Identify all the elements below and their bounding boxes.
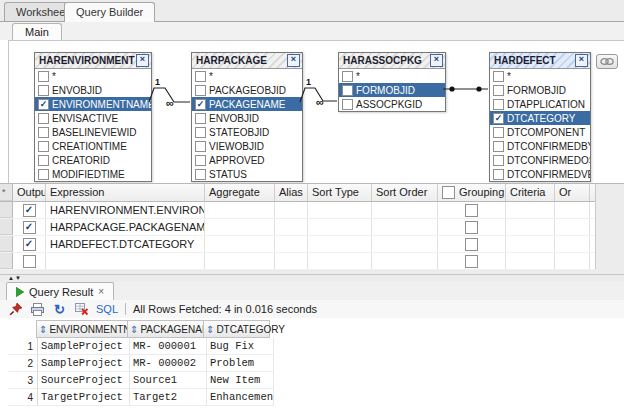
column-checkbox[interactable] <box>342 85 353 96</box>
refresh-button[interactable]: ↻ <box>52 302 67 317</box>
tab-main[interactable]: Main <box>12 23 62 41</box>
grouping-cell[interactable] <box>438 219 506 235</box>
column-checkbox[interactable] <box>38 169 49 180</box>
grid-row-handle[interactable] <box>0 253 13 269</box>
result-header-dtcategory[interactable]: ⇕DTCATEGORY <box>203 320 270 338</box>
output-checkbox[interactable]: ✓ <box>23 221 36 234</box>
grouping-checkbox[interactable] <box>465 255 478 268</box>
column-checkbox[interactable] <box>195 85 206 96</box>
output-checkbox-cell[interactable]: ✓ <box>13 236 46 252</box>
grid-header-criteria[interactable]: Criteria <box>506 184 555 201</box>
column-checkbox[interactable] <box>493 71 504 82</box>
expression-cell[interactable] <box>46 253 205 269</box>
aggregate-cell[interactable] <box>205 219 275 235</box>
sort-type-cell[interactable] <box>308 219 372 235</box>
output-checkbox-cell[interactable] <box>13 253 46 269</box>
column-checkbox[interactable] <box>195 169 206 180</box>
column-checkbox[interactable] <box>38 71 49 82</box>
or-cell[interactable] <box>555 219 590 235</box>
result-header-environmentname[interactable]: ⇕ENVIRONMENTNAME <box>36 320 128 338</box>
result-cell[interactable]: Target2 <box>130 389 207 406</box>
sort-order-cell[interactable] <box>372 253 438 269</box>
tab-query-builder[interactable]: Query Builder <box>64 2 155 22</box>
result-cell[interactable]: SampleProject <box>38 355 130 372</box>
table-box-hardefect[interactable]: HARDEFECT×*FORMOBJIDDTAPPLICATION✓DTCATE… <box>489 52 591 182</box>
diagram-canvas[interactable]: HARENVIRONMENT×*ENVOBJID✓ENVIRONMENTNAME… <box>8 40 624 184</box>
sort-type-cell[interactable] <box>308 253 372 269</box>
column-item-formobjid[interactable]: FORMOBJID <box>339 83 445 97</box>
close-icon[interactable]: × <box>430 54 443 67</box>
column-item-baselineviewid[interactable]: BASELINEVIEWID <box>35 125 151 139</box>
column-checkbox[interactable] <box>38 113 49 124</box>
table-box-harpackage[interactable]: HARPACKAGE×*PACKAGEOBJID✓PACKAGENAMEENVO… <box>191 52 303 182</box>
result-cell[interactable]: New Item <box>207 372 274 389</box>
alias-cell[interactable] <box>275 202 308 218</box>
grid-header-grouping[interactable]: Grouping <box>438 184 506 201</box>
column-checkbox[interactable]: ✓ <box>38 99 49 110</box>
alias-cell[interactable] <box>275 236 308 252</box>
sort-type-cell[interactable] <box>308 202 372 218</box>
result-header-packagename[interactable]: ⇕PACKAGENAME <box>127 320 204 338</box>
column-checkbox[interactable] <box>493 99 504 110</box>
column-checkbox[interactable] <box>493 141 504 152</box>
expression-cell[interactable]: HARPACKAGE.PACKAGENAME <box>46 219 205 235</box>
grid-header-alias[interactable]: Alias <box>275 184 308 201</box>
column-checkbox[interactable] <box>38 155 49 166</box>
column-checkbox[interactable] <box>493 85 504 96</box>
grouping-checkbox[interactable] <box>465 238 478 251</box>
aggregate-cell[interactable] <box>205 202 275 218</box>
column-checkbox[interactable] <box>493 169 504 180</box>
column-item-packagename[interactable]: ✓PACKAGENAME <box>192 97 302 111</box>
collapse-up-icon[interactable]: ▲ <box>8 275 15 281</box>
column-checkbox[interactable]: ✓ <box>195 99 206 110</box>
output-checkbox[interactable]: ✓ <box>23 204 36 217</box>
column-item-modifiedtime[interactable]: MODIFIEDTIME <box>35 167 151 181</box>
column-item-assocpkgid[interactable]: ASSOCPKGID <box>339 97 445 111</box>
column-item-star[interactable]: * <box>192 69 302 83</box>
sort-order-cell[interactable] <box>372 202 438 218</box>
sort-order-cell[interactable] <box>372 236 438 252</box>
column-item-stateobjid[interactable]: STATEOBJID <box>192 125 302 139</box>
criteria-cell[interactable] <box>506 253 555 269</box>
print-button[interactable] <box>30 302 45 317</box>
pin-button[interactable] <box>8 302 23 317</box>
column-item-star[interactable]: * <box>339 69 445 83</box>
close-icon[interactable]: × <box>575 54 588 67</box>
column-item-dtapplication[interactable]: DTAPPLICATION <box>490 97 590 111</box>
grid-header-sort-type[interactable]: Sort Type <box>308 184 372 201</box>
column-checkbox[interactable] <box>38 85 49 96</box>
column-checkbox[interactable] <box>342 99 353 110</box>
column-item-envobjid[interactable]: ENVOBJID <box>35 83 151 97</box>
link-tables-button[interactable] <box>596 54 618 69</box>
table-box-harassocpkg[interactable]: HARASSOCPKG×*FORMOBJIDASSOCPKGID <box>338 52 446 112</box>
criteria-cell[interactable] <box>506 219 555 235</box>
grid-header-sort-order[interactable]: Sort Order <box>372 184 438 201</box>
column-item-envisactive[interactable]: ENVISACTIVE <box>35 111 151 125</box>
column-item-star[interactable]: * <box>35 69 151 83</box>
column-item-dtcategory[interactable]: ✓DTCATEGORY <box>490 111 590 125</box>
column-item-dtconfirmedversion[interactable]: DTCONFIRMEDVERSION <box>490 167 590 181</box>
grouping-checkbox[interactable] <box>465 221 478 234</box>
table-box-harenvironment[interactable]: HARENVIRONMENT×*ENVOBJID✓ENVIRONMENTNAME… <box>34 52 152 182</box>
collapse-down-icon[interactable]: ▼ <box>15 275 22 281</box>
column-item-approved[interactable]: APPROVED <box>192 153 302 167</box>
criteria-cell[interactable] <box>506 202 555 218</box>
column-checkbox[interactable] <box>38 141 49 152</box>
expression-cell[interactable]: HARDEFECT.DTCATEGORY <box>46 236 205 252</box>
column-item-status[interactable]: STATUS <box>192 167 302 181</box>
column-checkbox[interactable] <box>493 155 504 166</box>
column-checkbox[interactable] <box>38 127 49 138</box>
column-item-formobjid[interactable]: FORMOBJID <box>490 83 590 97</box>
table-title-bar[interactable]: HARENVIRONMENT× <box>35 53 151 69</box>
clear-results-button[interactable] <box>74 302 89 317</box>
sort-type-cell[interactable] <box>308 236 372 252</box>
column-checkbox[interactable]: ✓ <box>493 113 504 124</box>
column-checkbox[interactable] <box>195 71 206 82</box>
sort-order-cell[interactable] <box>372 219 438 235</box>
grid-header-expression[interactable]: Expression <box>46 184 205 201</box>
grid-header-aggregate[interactable]: Aggregate <box>205 184 275 201</box>
column-item-creatorid[interactable]: CREATORID <box>35 153 151 167</box>
column-item-environmentname[interactable]: ✓ENVIRONMENTNAME <box>35 97 151 111</box>
result-cell[interactable]: Bug Fix <box>207 338 274 355</box>
column-item-creationtime[interactable]: CREATIONTIME <box>35 139 151 153</box>
